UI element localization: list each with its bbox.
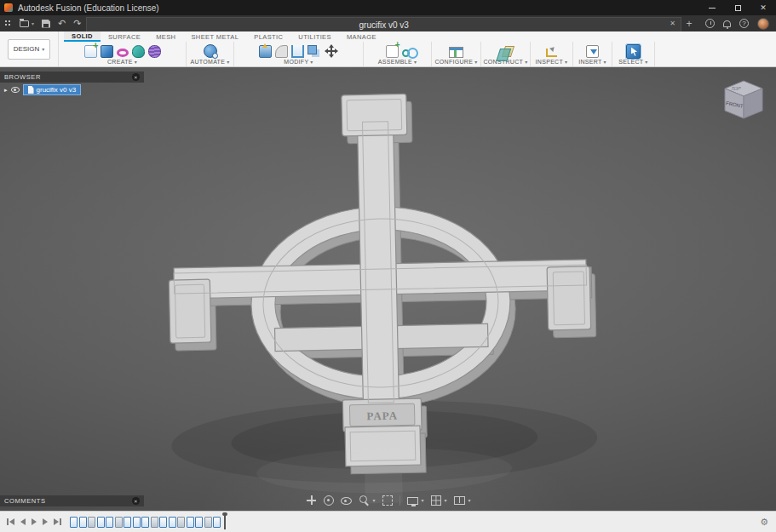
automate-menu[interactable]: AUTOMATE▾ bbox=[191, 59, 230, 65]
timeline-feature-extrude[interactable] bbox=[204, 517, 212, 528]
timeline-go-to-end-button[interactable] bbox=[54, 518, 61, 525]
new-component-icon[interactable] bbox=[386, 45, 399, 58]
automate-icon[interactable] bbox=[204, 44, 217, 58]
group-automate: AUTOMATE▾ bbox=[187, 42, 234, 66]
timeline-feature-extrude[interactable] bbox=[151, 517, 158, 528]
viewcube[interactable]: TOP FRONT bbox=[716, 74, 769, 127]
shell-icon[interactable] bbox=[291, 45, 304, 58]
avatar[interactable] bbox=[757, 18, 769, 30]
timeline-play-button[interactable] bbox=[32, 518, 37, 525]
inspect-menu[interactable]: INSPECT▾ bbox=[536, 59, 568, 65]
zoom-icon[interactable] bbox=[358, 495, 369, 506]
save-icon[interactable] bbox=[42, 20, 50, 28]
workspace-switcher-button[interactable]: DESIGN ▾ bbox=[8, 39, 50, 60]
modify-menu[interactable]: MODIFY▾ bbox=[284, 59, 313, 65]
help-icon[interactable]: ? bbox=[739, 19, 749, 28]
apps-grid-icon[interactable] bbox=[4, 20, 12, 27]
assemble-menu[interactable]: ASSEMBLE▾ bbox=[378, 59, 417, 65]
tab-mesh[interactable]: MESH bbox=[148, 31, 183, 42]
create-sketch-icon[interactable] bbox=[84, 45, 97, 58]
select-menu[interactable]: SELECT▾ bbox=[618, 59, 647, 65]
timeline-feature-sketch[interactable] bbox=[124, 517, 131, 528]
timeline-feature-extrude[interactable] bbox=[115, 517, 123, 528]
undo-icon[interactable]: ↶ bbox=[58, 19, 66, 28]
box-icon[interactable] bbox=[101, 45, 113, 58]
tab-utilities[interactable]: UTILITIES bbox=[290, 31, 339, 42]
combine-icon[interactable] bbox=[308, 45, 317, 54]
grid-settings-caret-icon[interactable]: ▾ bbox=[445, 497, 447, 503]
document-tab-close-icon[interactable]: ✕ bbox=[670, 20, 675, 27]
configure-menu[interactable]: CONFIGURE▾ bbox=[434, 59, 477, 65]
pan-icon[interactable] bbox=[305, 495, 316, 506]
configure-icon[interactable] bbox=[449, 47, 463, 58]
close-button[interactable]: ✕ bbox=[750, 0, 776, 15]
browser-root-row[interactable]: ▸ grucifix v0 v3 bbox=[0, 83, 144, 96]
timeline-feature-sketch[interactable] bbox=[106, 517, 113, 528]
insert-menu[interactable]: INSERT▾ bbox=[578, 59, 606, 65]
tab-sheet-metal[interactable]: SHEET METAL bbox=[183, 31, 246, 42]
joint-icon[interactable] bbox=[402, 49, 410, 57]
timeline-feature-sketch[interactable] bbox=[133, 517, 141, 528]
coil-icon[interactable] bbox=[148, 45, 161, 58]
move-copy-icon[interactable] bbox=[324, 43, 339, 59]
timeline-feature-sketch[interactable] bbox=[187, 517, 194, 528]
timeline-step-back-button[interactable] bbox=[20, 518, 26, 525]
model-viewport[interactable]: PAPA bbox=[0, 67, 776, 511]
redo-icon[interactable]: ↷ bbox=[73, 19, 81, 28]
viewport-canvas[interactable]: PAPA TOP FRONT BROWSER ✕ ▸ bbox=[0, 67, 776, 511]
document-tab[interactable]: grucifix v0 v3 ✕ bbox=[86, 17, 681, 31]
comments-close-icon[interactable]: ✕ bbox=[132, 497, 140, 505]
display-settings-caret-icon[interactable]: ▾ bbox=[421, 497, 423, 503]
browser-title: BROWSER bbox=[4, 73, 41, 81]
select-tool-icon[interactable] bbox=[626, 44, 641, 59]
timeline-feature-sketch[interactable] bbox=[169, 517, 176, 528]
timeline-playhead[interactable] bbox=[224, 515, 226, 529]
timeline-go-to-start-button[interactable] bbox=[7, 518, 14, 525]
fit-icon[interactable] bbox=[382, 495, 392, 506]
expand-arrow-icon[interactable]: ▸ bbox=[4, 87, 8, 93]
tab-surface[interactable]: SURFACE bbox=[101, 31, 148, 42]
press-pull-icon[interactable] bbox=[259, 45, 272, 58]
timeline-feature-sketch[interactable] bbox=[159, 517, 167, 528]
create-menu[interactable]: CREATE▾ bbox=[107, 59, 137, 65]
viewports-caret-icon[interactable]: ▾ bbox=[468, 497, 471, 503]
look-at-icon[interactable] bbox=[340, 497, 351, 505]
tab-plastic[interactable]: PLASTIC bbox=[246, 31, 290, 42]
zoom-caret-icon[interactable]: ▾ bbox=[372, 497, 375, 503]
grid-settings-icon[interactable] bbox=[431, 495, 441, 506]
timeline-feature-sketch[interactable] bbox=[213, 517, 221, 528]
timeline-feature-sketch[interactable] bbox=[79, 517, 87, 528]
timeline-feature-sketch[interactable] bbox=[70, 517, 78, 528]
visibility-eye-icon[interactable] bbox=[11, 87, 20, 93]
fillet-icon[interactable] bbox=[275, 45, 288, 58]
minimize-button[interactable] bbox=[699, 0, 725, 15]
browser-root-item[interactable]: grucifix v0 v3 bbox=[23, 84, 82, 95]
timeline-feature-sketch[interactable] bbox=[141, 517, 149, 528]
display-settings-icon[interactable] bbox=[406, 497, 417, 505]
notifications-icon[interactable] bbox=[723, 20, 731, 27]
timeline-feature-sketch[interactable] bbox=[195, 517, 203, 528]
workspace-switcher-area: DESIGN ▾ bbox=[0, 31, 59, 66]
measure-icon[interactable] bbox=[546, 49, 557, 57]
comments-header[interactable]: COMMENTS ✕ bbox=[0, 495, 144, 506]
revolve-icon[interactable] bbox=[117, 49, 129, 57]
orbit-icon[interactable] bbox=[323, 495, 333, 506]
viewports-icon[interactable] bbox=[454, 496, 465, 505]
new-tab-button[interactable]: + bbox=[681, 18, 697, 30]
construction-plane-icon[interactable] bbox=[501, 46, 514, 57]
timeline-feature-extrude[interactable] bbox=[88, 517, 95, 528]
file-menu-icon[interactable] bbox=[20, 20, 29, 27]
workspace-caret-icon: ▾ bbox=[42, 46, 44, 52]
file-menu-caret-icon[interactable]: ▾ bbox=[32, 20, 34, 26]
tab-manage[interactable]: MANAGE bbox=[339, 31, 384, 42]
timeline-step-forward-button[interactable] bbox=[43, 518, 48, 525]
timeline-feature-sketch[interactable] bbox=[97, 517, 105, 528]
maximize-button[interactable] bbox=[725, 0, 750, 15]
timeline-settings-gear-icon[interactable]: ⚙ bbox=[760, 518, 776, 527]
browser-header[interactable]: BROWSER ✕ bbox=[0, 72, 144, 83]
insert-icon[interactable] bbox=[586, 45, 599, 58]
sweep-icon[interactable] bbox=[132, 45, 145, 58]
job-status-icon[interactable] bbox=[705, 19, 715, 28]
browser-close-icon[interactable]: ✕ bbox=[132, 73, 140, 81]
timeline-feature-extrude[interactable] bbox=[177, 517, 185, 528]
